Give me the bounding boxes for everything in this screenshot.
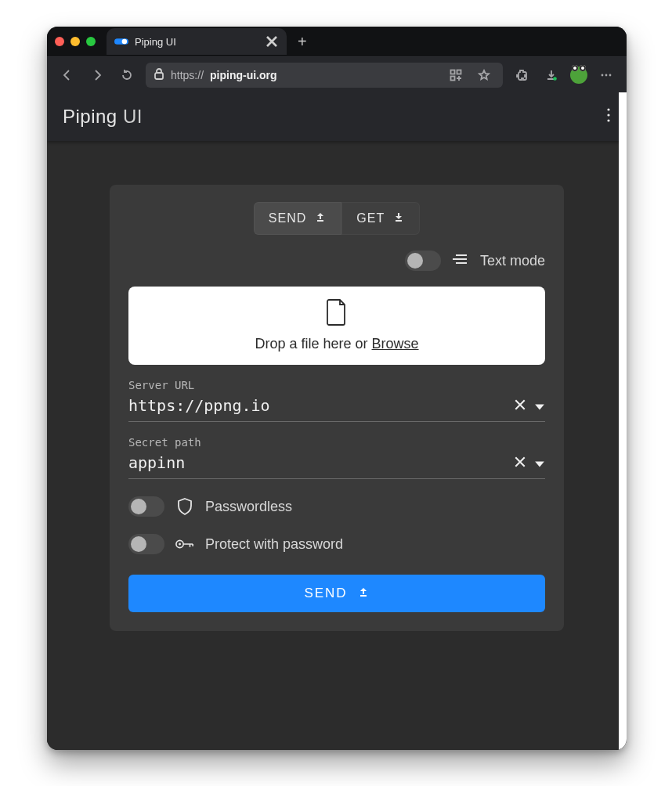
dropdown-icon[interactable] <box>534 396 545 415</box>
profile-avatar[interactable] <box>570 67 587 84</box>
browser-toolbar: https:// piping-ui.org <box>47 56 627 92</box>
extensions-icon[interactable] <box>511 64 533 86</box>
passwordless-toggle[interactable] <box>128 496 164 517</box>
svg-rect-17 <box>360 595 367 597</box>
collections-icon[interactable] <box>445 64 467 86</box>
svg-point-9 <box>609 74 612 76</box>
browser-window: Piping UI + https:// piping-ui.org <box>47 27 627 750</box>
minimize-window-button[interactable] <box>70 37 80 46</box>
svg-point-6 <box>553 77 557 81</box>
url-host: piping-ui.org <box>210 69 277 81</box>
browser-tab[interactable]: Piping UI <box>107 28 287 55</box>
passwordless-label: Passwordless <box>205 499 292 515</box>
send-button[interactable]: SEND <box>128 575 545 612</box>
app-menu-button[interactable] <box>606 107 611 127</box>
tab-close-icon[interactable] <box>265 34 279 49</box>
svg-point-8 <box>605 74 608 76</box>
more-menu-icon[interactable] <box>595 64 617 86</box>
clear-icon[interactable] <box>514 453 526 472</box>
svg-rect-13 <box>317 220 323 222</box>
secret-path-field: Secret path appinn <box>128 436 545 479</box>
secret-path-input[interactable]: appinn <box>128 449 545 479</box>
secret-path-label: Secret path <box>128 436 545 449</box>
download-icon <box>392 211 405 226</box>
protect-password-option: Protect with password <box>128 534 545 554</box>
dropdown-icon[interactable] <box>534 453 545 472</box>
protect-password-toggle[interactable] <box>128 534 164 554</box>
text-lines-icon <box>452 252 469 269</box>
svg-rect-2 <box>155 73 163 79</box>
secret-path-value: appinn <box>128 453 506 472</box>
server-url-field: Server URL https://ppng.io <box>128 379 545 422</box>
file-icon <box>327 299 347 330</box>
send-button-label: SEND <box>304 586 347 601</box>
svg-rect-14 <box>396 220 402 222</box>
protect-password-label: Protect with password <box>205 536 343 553</box>
close-window-button[interactable] <box>55 37 64 46</box>
forward-button[interactable] <box>86 64 108 86</box>
app-header: Piping UI <box>47 92 627 141</box>
new-tab-button[interactable]: + <box>293 32 312 51</box>
passwordless-option: Passwordless <box>128 496 545 517</box>
tab-favicon-icon <box>114 37 128 46</box>
favorite-icon[interactable] <box>473 64 495 86</box>
window-controls <box>55 37 96 46</box>
url-scheme: https:// <box>171 69 204 81</box>
send-tab-button[interactable]: SEND <box>254 202 341 235</box>
browse-link[interactable]: Browse <box>372 336 419 352</box>
svg-point-1 <box>122 39 127 44</box>
app-title: Piping UI <box>63 106 143 128</box>
svg-point-7 <box>602 74 604 76</box>
maximize-window-button[interactable] <box>86 37 96 46</box>
reload-button[interactable] <box>116 64 138 86</box>
text-mode-label: Text mode <box>480 253 545 269</box>
svg-point-10 <box>607 108 609 110</box>
address-bar[interactable]: https:// piping-ui.org <box>146 63 503 88</box>
upload-icon <box>314 211 327 226</box>
svg-rect-3 <box>451 70 455 74</box>
get-tab-button[interactable]: GET <box>341 202 420 235</box>
svg-rect-5 <box>451 76 455 80</box>
svg-point-16 <box>179 543 181 546</box>
tab-title: Piping UI <box>135 36 176 48</box>
mode-segmented-control: SEND GET <box>128 202 545 235</box>
vertical-scrollbar[interactable] <box>619 92 627 750</box>
lock-icon <box>154 67 164 82</box>
downloads-icon[interactable] <box>540 64 562 86</box>
app-title-thin: UI <box>123 106 143 127</box>
svg-point-12 <box>607 119 609 121</box>
main-card: SEND GET Text mode <box>110 185 564 631</box>
server-url-value: https://ppng.io <box>128 396 506 415</box>
send-tab-label: SEND <box>269 211 306 225</box>
get-tab-label: GET <box>356 211 385 225</box>
file-dropzone[interactable]: Drop a file here or Browse <box>128 287 545 365</box>
server-url-label: Server URL <box>128 379 545 391</box>
back-button[interactable] <box>56 64 78 86</box>
app-area: Piping UI SEND GET <box>47 92 627 750</box>
shield-icon <box>175 497 194 516</box>
server-url-input[interactable]: https://ppng.io <box>128 391 545 422</box>
upload-icon <box>357 586 370 602</box>
dropzone-text-label: Drop a file here or <box>255 336 371 352</box>
clear-icon[interactable] <box>514 396 526 415</box>
app-title-strong: Piping <box>63 106 117 127</box>
svg-rect-4 <box>457 70 461 74</box>
text-mode-toggle[interactable] <box>405 251 441 271</box>
text-mode-row: Text mode <box>128 251 545 271</box>
svg-point-11 <box>607 114 609 116</box>
key-icon <box>175 538 194 550</box>
titlebar: Piping UI + <box>47 27 627 56</box>
dropzone-text: Drop a file here or Browse <box>255 336 418 352</box>
